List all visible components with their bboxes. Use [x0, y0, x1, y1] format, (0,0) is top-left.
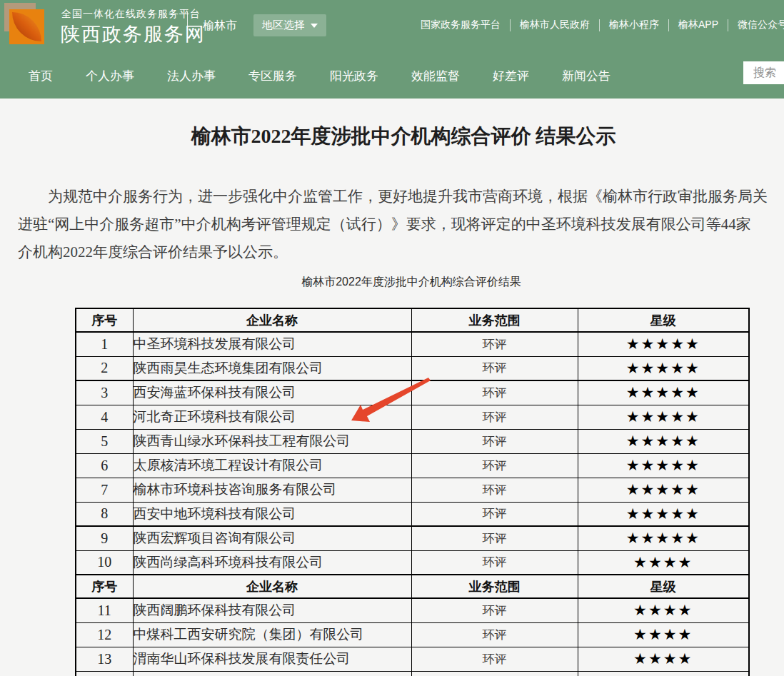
cell-stars: ★★★★★: [578, 478, 749, 502]
cell-no: 8: [76, 502, 133, 526]
cell-no: 3: [76, 380, 133, 405]
table-caption: 榆林市2022年度涉批中介机构综合评价结果: [0, 275, 784, 289]
cell-scope: 环评: [411, 332, 578, 356]
header-link[interactable]: 榆林小程序: [600, 19, 668, 31]
cell-scope: 环评: [411, 380, 578, 405]
region-selector-label: 地区选择: [262, 19, 305, 32]
cell-no: 7: [76, 478, 133, 502]
cell-scope: 环评: [411, 429, 578, 453]
nav-item-法人办事[interactable]: 法人办事: [167, 68, 216, 84]
column-header: 企业名称: [133, 308, 411, 332]
nav-item-效能监督[interactable]: 效能监督: [411, 68, 460, 84]
table-row: 6太原核清环境工程设计有限公司环评★★★★★: [76, 453, 749, 478]
table-row: 3西安海蓝环保科技有限公司环评★★★★★: [76, 380, 749, 405]
cell-no: 4: [76, 405, 133, 429]
cell-no: 5: [76, 429, 133, 453]
cell-name: 陕西尚绿高科环境科技有限公司: [133, 550, 411, 575]
cell-no: 10: [76, 550, 133, 575]
page: 全国一体化在线政务服务平台 陕西政务服务网 榆林市 地区选择 国家政务服务平台榆…: [0, 0, 784, 676]
cell-scope: 环评: [411, 598, 578, 622]
table-row: 1中圣环境科技发展有限公司环评★★★★★: [76, 332, 749, 356]
site-title: 陕西政务服务网: [61, 21, 206, 47]
cell-no: 2: [76, 356, 133, 380]
cell-no: 1: [76, 332, 133, 356]
platform-tagline: 全国一体化在线政务服务平台: [61, 8, 201, 21]
cell-scope: 环评: [411, 405, 578, 429]
nav-item-个人办事[interactable]: 个人办事: [86, 68, 134, 84]
table-row: 7榆林市环境科技咨询服务有限公司环评★★★★★: [76, 478, 749, 502]
header-link[interactable]: 微信公众号: [728, 19, 784, 31]
cell-scope: 环评: [411, 453, 578, 478]
logo-leaf-icon: [12, 12, 41, 41]
table-row: 5陕西青山绿水环保科技工程有限公司环评★★★★★: [76, 429, 749, 453]
announcement-document: 榆林市2022年度涉批中介机构综合评价 结果公示 为规范中介服务行为，进一步强化…: [0, 123, 784, 676]
cell-name: 西安中地环境科技有限公司: [133, 502, 411, 526]
paragraph-line: 进驻“网上中介服务超市”中介机构考评管理规定（试行）》要求，现将评定的中圣环境科…: [0, 211, 784, 238]
table-row: 12中煤科工西安研究院（集团）有限公司环评★★★★: [76, 622, 749, 647]
table-row: 13渭南华山环保科技发展有限责任公司环评★★★★: [76, 647, 749, 671]
brand-divider: [187, 11, 188, 41]
nav-item-阳光政务[interactable]: 阳光政务: [330, 68, 378, 84]
header-link[interactable]: 榆林市人民政府: [511, 19, 599, 31]
cell-scope: 环评: [411, 526, 578, 550]
column-header: 序号: [76, 575, 133, 598]
main-nav: 首页个人办事法人办事专区服务阳光政务效能监督好差评新闻公告: [0, 54, 784, 99]
cell-name: 西安海蓝环保科技有限公司: [133, 380, 411, 405]
cell-scope: 环评: [411, 622, 578, 647]
current-city-label[interactable]: 榆林市: [203, 19, 237, 34]
nav-item-好差评[interactable]: 好差评: [493, 68, 529, 84]
cell-no: 12: [76, 622, 133, 647]
region-selector-button[interactable]: 地区选择: [253, 14, 326, 36]
nav-item-首页[interactable]: 首页: [29, 68, 53, 84]
table-row: 4河北奇正环境科技有限公司环评★★★★★: [76, 405, 749, 429]
cell-scope: 环评: [411, 550, 578, 575]
cell-no: 13: [76, 647, 133, 671]
cell-name: 中圣环境科技发展有限公司: [133, 332, 411, 356]
cell-stars: ★★★★★: [578, 429, 749, 453]
cell-name: 陕西雨昊生态环境集团有限公司: [133, 356, 411, 380]
column-header: 星级: [578, 575, 749, 598]
column-header: 业务范围: [411, 575, 578, 598]
table-row: 2陕西雨昊生态环境集团有限公司环评★★★★★: [76, 356, 749, 380]
search-input[interactable]: [752, 66, 784, 80]
cell-stars: ★★★★: [578, 622, 749, 647]
cell-stars: ★★★★★: [578, 380, 749, 405]
cell-name: 中煤科工西安研究院（集团）有限公司: [133, 622, 411, 647]
logo-orange-square: [9, 9, 44, 44]
table-header-row: 序号企业名称业务范围星级: [76, 575, 749, 598]
header-link-bar: 国家政务服务平台榆林市人民政府榆林小程序榆林APP微信公众号注册: [411, 0, 784, 50]
column-header: 星级: [578, 308, 749, 332]
cell-name: 渭南华山环保科技发展有限责任公司: [133, 647, 411, 671]
cell-scope: 环评: [411, 647, 578, 671]
cell-no: 11: [76, 598, 133, 622]
table-row: 8西安中地环境科技有限公司环评★★★★★: [76, 502, 749, 526]
cell-no: 6: [76, 453, 133, 478]
cell-stars: ★★★★★: [578, 502, 749, 526]
cell-name: 河北奇正环境科技有限公司: [133, 405, 411, 429]
site-logo-icon: [4, 3, 54, 53]
cell-name: 陕西青山绿水环保科技工程有限公司: [133, 429, 411, 453]
table-row: 9陕西宏辉项目咨询有限公司环评★★★★★: [76, 526, 749, 550]
cell-stars: ★★★★: [578, 598, 749, 622]
header-link[interactable]: 榆林APP: [669, 19, 728, 31]
column-header: 企业名称: [133, 575, 411, 598]
header-link[interactable]: 国家政务服务平台: [411, 19, 510, 31]
table-row: 11陕西阔鹏环保科技有限公司环评★★★★: [76, 598, 749, 622]
paragraph-line: 为规范中介服务行为，进一步强化中介监管工作，更好地提升我市营商环境，根据《榆林市…: [0, 183, 784, 211]
evaluation-results-table: 序号企业名称业务范围星级1中圣环境科技发展有限公司环评★★★★★2陕西雨昊生态环…: [75, 308, 750, 676]
paragraph-line: 介机构2022年度综合评价结果予以公示。: [0, 238, 784, 266]
cell-name: 陕西宏辉项目咨询有限公司: [133, 526, 411, 550]
column-header: 业务范围: [411, 308, 578, 332]
search-box[interactable]: [743, 61, 784, 84]
nav-item-专区服务[interactable]: 专区服务: [248, 68, 297, 84]
column-header: 序号: [76, 308, 133, 332]
chevron-down-icon: [311, 24, 318, 28]
cell-stars: ★★★★★: [578, 526, 749, 550]
cell-name: 陕西阔鹏环保科技有限公司: [133, 598, 411, 622]
cell-scope: 环评: [411, 478, 578, 502]
cell-scope: 环评: [411, 356, 578, 380]
cell-name: 榆林市环境科技咨询服务有限公司: [133, 478, 411, 502]
nav-item-新闻公告[interactable]: 新闻公告: [562, 68, 610, 84]
cell-no: 9: [76, 526, 133, 550]
cell-stars: ★★★★★: [578, 356, 749, 380]
